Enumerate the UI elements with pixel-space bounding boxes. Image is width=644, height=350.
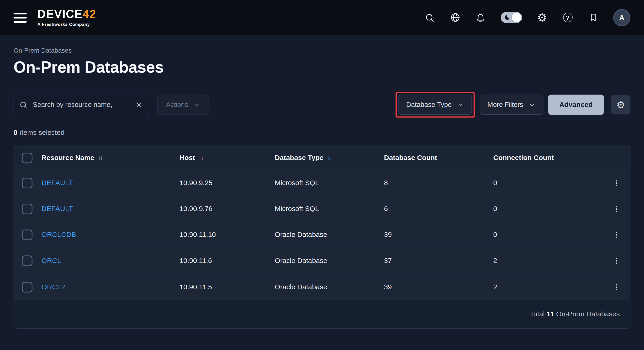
database-count-cell: 8 xyxy=(384,179,493,187)
row-menu-button[interactable] xyxy=(609,254,624,268)
selection-status: 0items selected xyxy=(14,129,630,137)
row-menu-button[interactable] xyxy=(609,176,624,191)
resource-name-link[interactable]: DEFAULT xyxy=(42,179,180,187)
table-row: DEFAULT 10.90.9.76 Microsoft SQL 6 0 xyxy=(14,196,630,222)
databases-table: Resource Name↑↓ Host↑↓ Database Type↑↓ D… xyxy=(14,146,630,329)
device42-logo[interactable]: DEVICE42 A Freshworks Company xyxy=(37,9,96,27)
database-count-cell: 37 xyxy=(384,257,493,265)
table-row: ORCL 10.90.11.6 Oracle Database 37 2 xyxy=(14,248,630,274)
table-settings-button[interactable]: ⚙ xyxy=(611,95,630,114)
host-cell: 10.90.11.5 xyxy=(180,283,275,291)
row-checkbox[interactable] xyxy=(22,178,32,188)
search-field-wrap xyxy=(14,94,148,115)
clear-search-icon[interactable] xyxy=(134,101,143,109)
selection-count: 0 xyxy=(14,129,18,137)
logo-wordmark: DEVICE42 xyxy=(37,9,96,20)
database-type-cell: Oracle Database xyxy=(275,257,384,265)
connection-count-cell: 0 xyxy=(493,179,602,187)
database-type-cell: Oracle Database xyxy=(275,283,384,291)
row-checkbox[interactable] xyxy=(22,256,32,266)
table-row: ORCLCDB 10.90.11.10 Oracle Database 39 0 xyxy=(14,222,630,248)
main-content: On-Prem Databases On-Prem Databases Acti… xyxy=(0,47,644,329)
row-checkbox[interactable] xyxy=(22,282,32,292)
logo-subtitle: A Freshworks Company xyxy=(37,22,96,27)
help-icon[interactable]: ? xyxy=(562,12,573,23)
row-menu-button[interactable] xyxy=(609,227,624,242)
host-cell: 10.90.9.25 xyxy=(180,179,275,187)
search-input[interactable] xyxy=(14,94,148,115)
screen: DEVICE42 A Freshworks Company ⚙ ? xyxy=(0,0,644,350)
host-cell: 10.90.9.76 xyxy=(180,205,275,213)
database-count-cell: 39 xyxy=(384,283,493,291)
page-title: On-Prem Databases xyxy=(14,58,630,76)
host-cell: 10.90.11.10 xyxy=(180,231,275,239)
row-menu-button[interactable] xyxy=(609,280,624,294)
notifications-bell-icon[interactable] xyxy=(475,12,486,23)
kebab-icon xyxy=(612,256,620,266)
search-input-icon xyxy=(19,101,28,109)
resource-name-link[interactable]: ORCLCDB xyxy=(42,231,180,239)
chevron-down-icon xyxy=(456,101,464,108)
search-icon[interactable] xyxy=(424,12,435,23)
host-cell: 10.90.11.6 xyxy=(180,257,275,265)
table-row: DEFAULT 10.90.9.25 Microsoft SQL 8 0 xyxy=(14,170,630,196)
column-header-host[interactable]: Host↑↓ xyxy=(180,154,275,162)
database-type-dropdown[interactable]: Database Type xyxy=(398,95,472,115)
total-count: 11 xyxy=(547,310,554,319)
resource-name-link[interactable]: DEFAULT xyxy=(42,205,180,213)
kebab-icon xyxy=(612,204,620,214)
top-navbar: DEVICE42 A Freshworks Company ⚙ ? xyxy=(0,0,644,35)
moon-icon xyxy=(503,14,510,21)
database-type-cell: Microsoft SQL xyxy=(275,179,384,187)
database-type-cell: Oracle Database xyxy=(275,231,384,239)
more-filters-dropdown[interactable]: More Filters xyxy=(480,95,543,115)
column-header-database-count: Database Count xyxy=(384,154,493,162)
sort-icon: ↑↓ xyxy=(327,155,332,161)
connection-count-cell: 0 xyxy=(493,231,602,239)
connection-count-cell: 2 xyxy=(493,283,602,291)
kebab-icon xyxy=(612,230,620,240)
resource-name-link[interactable]: ORCL xyxy=(42,257,180,265)
chevron-down-icon xyxy=(528,101,536,108)
advanced-button[interactable]: Advanced xyxy=(548,95,604,115)
sort-icon: ↑↓ xyxy=(199,155,203,161)
row-menu-button[interactable] xyxy=(609,202,624,216)
row-checkbox[interactable] xyxy=(22,204,32,214)
user-avatar[interactable]: A xyxy=(613,9,630,26)
table-row: ORCL2 10.90.11.5 Oracle Database 39 2 xyxy=(14,274,630,300)
table-header-row: Resource Name↑↓ Host↑↓ Database Type↑↓ D… xyxy=(14,146,630,170)
highlight-annotation: Database Type xyxy=(396,92,474,117)
gear-icon: ⚙ xyxy=(616,100,625,110)
column-header-database-type[interactable]: Database Type↑↓ xyxy=(275,154,384,162)
resource-name-link[interactable]: ORCL2 xyxy=(42,283,180,291)
connection-count-cell: 2 xyxy=(493,257,602,265)
connection-count-cell: 0 xyxy=(493,205,602,213)
settings-gear-icon[interactable]: ⚙ xyxy=(537,12,548,23)
column-header-connection-count: Connection Count xyxy=(493,154,602,162)
hamburger-menu-icon[interactable] xyxy=(14,13,27,22)
bookmark-icon[interactable] xyxy=(588,12,598,23)
toggle-knob xyxy=(512,13,521,22)
kebab-icon xyxy=(612,282,620,292)
database-type-cell: Microsoft SQL xyxy=(275,205,384,213)
dark-mode-toggle[interactable] xyxy=(501,12,522,23)
breadcrumb[interactable]: On-Prem Databases xyxy=(14,47,630,54)
toolbar: Actions Database Type More Filters Advan… xyxy=(14,92,630,117)
actions-dropdown[interactable]: Actions xyxy=(157,95,209,115)
table-footer: Total11On-Prem Databases xyxy=(14,300,630,328)
sort-icon: ↑↓ xyxy=(98,155,102,161)
table-body: DEFAULT 10.90.9.25 Microsoft SQL 8 0 DEF… xyxy=(14,170,630,300)
row-checkbox[interactable] xyxy=(22,230,32,240)
chevron-down-icon xyxy=(193,101,200,108)
database-count-cell: 39 xyxy=(384,231,493,239)
kebab-icon xyxy=(612,178,620,188)
select-all-checkbox[interactable] xyxy=(22,153,32,163)
column-header-resource-name[interactable]: Resource Name↑↓ xyxy=(42,154,180,162)
globe-icon[interactable] xyxy=(450,12,460,23)
database-count-cell: 6 xyxy=(384,205,493,213)
